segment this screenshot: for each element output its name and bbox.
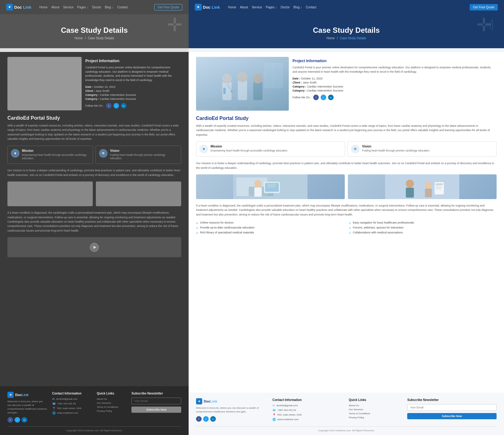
- footer-right: ✚ DocLink Welcome to DocLink, where you …: [189, 393, 504, 435]
- img2-right: [348, 174, 497, 199]
- footer-grid-right: ✚ DocLink Welcome to DocLink, where you …: [196, 398, 497, 423]
- play-icon-left: [90, 243, 99, 252]
- footer-quicklinks-right: Quick Links About Us Our Services Terms …: [349, 398, 402, 423]
- mission-icon-right: ♥: [199, 145, 208, 153]
- footer-web-left: 🌐 www.medicine.com: [52, 412, 92, 415]
- footer-link-privacy-right[interactable]: Privacy Policy: [349, 416, 402, 419]
- project-cat2-right: Category : Cardiac Intervention Success: [293, 89, 497, 92]
- footer-li-left[interactable]: in: [22, 417, 27, 423]
- check-icon-2: ✔: [196, 226, 199, 230]
- footer-web-right: 🌐 www.medicine.com: [272, 418, 344, 421]
- newsletter-btn-right[interactable]: Subscribe Now: [407, 413, 497, 419]
- nav-contact-right[interactable]: Contact: [306, 6, 316, 9]
- footer-link-terms-left[interactable]: Terms & Conditions: [97, 406, 126, 408]
- svg-rect-37: [436, 187, 442, 188]
- footer-social-left: f t in: [7, 417, 47, 423]
- vision-card-left: 👁 Vision Fueling heart health through pr…: [96, 146, 181, 164]
- divider-left: [0, 48, 189, 52]
- project-desc-left: CardioEd Portal is your premier online d…: [85, 66, 181, 82]
- newsletter-input-right[interactable]: [407, 404, 497, 411]
- footer-link-terms-right[interactable]: Terms & Conditions: [349, 412, 402, 415]
- logo-link-left: Link: [23, 5, 32, 10]
- img1-right: [196, 174, 345, 199]
- email-icon-left: ✉: [52, 398, 55, 401]
- footer-fb-right[interactable]: f: [196, 416, 202, 422]
- nav-about-left[interactable]: About: [51, 6, 59, 9]
- footer-phone-right: ☎ +991 443 242 33: [272, 409, 344, 412]
- social-li-right[interactable]: in: [328, 95, 334, 100]
- svg-rect-3: [196, 57, 289, 109]
- project-date-left: Date : October 15, 2023: [85, 85, 181, 88]
- social-fb-left[interactable]: f: [106, 103, 112, 109]
- get-quote-btn-right[interactable]: Get Free Quote: [470, 4, 498, 11]
- mission-body-right: Our mission is to foster a deeper unders…: [196, 161, 497, 170]
- nav-home-left[interactable]: Home: [39, 6, 48, 9]
- hero-left: ✛ Case Study Details Home / Case Study D…: [0, 14, 189, 48]
- social-fb-right[interactable]: f: [313, 95, 319, 100]
- main-content-left: Project Information CardioEd Portal is y…: [0, 52, 189, 386]
- hero-right: ✛ Case Study Details Home / Case Study D…: [189, 14, 504, 48]
- newsletter-btn-left[interactable]: Subscribe Now: [131, 407, 181, 413]
- nav-blog-right[interactable]: Blog ↓: [293, 6, 302, 9]
- study-title-right: CardioEd Portal Study: [196, 116, 497, 121]
- mission-icon-left: ♥: [11, 149, 19, 158]
- footer-link-about-right[interactable]: About Us: [349, 404, 402, 407]
- follow-row-right: Follow Me On : f t in: [293, 95, 497, 100]
- phone-icon-right: ☎: [272, 409, 276, 412]
- nav-contact-left[interactable]: Contact: [117, 6, 128, 9]
- footer-fb-left[interactable]: f: [7, 417, 13, 423]
- nav-pages-left[interactable]: Pages ↓: [77, 6, 88, 9]
- nav-doctor-right[interactable]: Doctor: [281, 6, 290, 9]
- footer-quicklinks-left: Quick Links About Us Our Services Terms …: [97, 392, 126, 423]
- img1-left: [7, 181, 93, 206]
- footer-about-right: ✚ DocLink Welcome to DocLink, where you …: [196, 398, 267, 423]
- check-icon-5: ✔: [349, 226, 351, 230]
- left-panel: ✚ DocLink Home About Service Pages ↓ Doc…: [0, 0, 189, 435]
- mission-text-right: Mission Empowering heart health through …: [211, 145, 288, 153]
- hero-title-right: Case Study Details: [313, 26, 380, 35]
- svg-rect-38: [436, 189, 441, 189]
- footer-link-privacy-left[interactable]: Privacy Policy: [97, 410, 126, 412]
- footer-logo-right: ✚ DocLink: [196, 398, 267, 404]
- get-quote-btn-left[interactable]: Get Free Quote: [154, 4, 182, 11]
- nav-pages-right[interactable]: Pages ↓: [266, 6, 277, 9]
- project-card-right: Project Information CardioEd Portal is y…: [196, 57, 497, 111]
- logo-left[interactable]: ✚ DocLink: [6, 4, 31, 11]
- img2-left: [96, 181, 181, 206]
- nav-about-right[interactable]: About: [240, 6, 248, 9]
- svg-rect-7: [222, 82, 232, 100]
- social-tw-right[interactable]: t: [321, 95, 326, 100]
- project-image-left: [7, 57, 82, 110]
- project-desc-right: CardioEd Portal is your premier online d…: [293, 66, 497, 74]
- nav-doctor-left[interactable]: Doctor: [92, 6, 101, 9]
- social-tw-left[interactable]: t: [113, 103, 119, 109]
- footer-tw-left[interactable]: t: [15, 417, 20, 423]
- footer-li-right[interactable]: in: [210, 416, 216, 422]
- footer-link-services-right[interactable]: Our Services: [349, 408, 402, 411]
- location-icon-left: 📍: [52, 407, 56, 410]
- breadcrumb-right: Home / Case Study Details: [327, 36, 366, 40]
- social-li-left[interactable]: in: [121, 103, 126, 109]
- footer-logo-text-right: DocLink: [204, 399, 217, 403]
- vision-icon-left: 👁: [99, 149, 108, 158]
- check-icon-1: ✔: [196, 221, 199, 225]
- nav-links-right: Home About Service Pages ↓ Doctor Blog ↓…: [228, 6, 464, 9]
- svg-point-12: [237, 72, 248, 82]
- footer-address-right: 📍 543, main street, USA: [272, 413, 344, 416]
- svg-point-32: [425, 182, 432, 189]
- project-cat2-left: Category : Cardiac Intervention Success: [85, 97, 181, 100]
- nav-service-left[interactable]: Service: [63, 6, 73, 9]
- nav-home-right[interactable]: Home: [228, 6, 236, 9]
- nav-service-right[interactable]: Service: [252, 6, 262, 9]
- footer-tw-right[interactable]: t: [203, 416, 209, 422]
- footer-link-about-left[interactable]: About Us: [97, 398, 126, 400]
- footer-newsletter-left: Subscribe Newsletter Subscribe Now: [131, 392, 181, 423]
- footer-ql-title-right: Quick Links: [349, 398, 402, 402]
- logo-right[interactable]: ✚ DocLink: [195, 4, 220, 11]
- video-left[interactable]: [7, 237, 181, 257]
- footer-link-services-left[interactable]: Our Services: [97, 402, 126, 404]
- nav-blog-left[interactable]: Blog ↓: [105, 6, 113, 9]
- check-6-right: ✔ Collaborations with medical associatio…: [349, 231, 497, 235]
- mission-body-left: Our mission is to foster a deeper unders…: [7, 168, 181, 177]
- newsletter-input-left[interactable]: [131, 398, 181, 404]
